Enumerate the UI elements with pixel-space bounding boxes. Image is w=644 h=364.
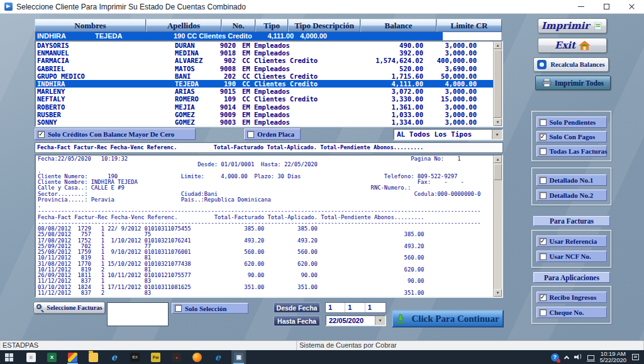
action-center-icon[interactable]: [632, 354, 639, 360]
client-row[interactable]: DAYSORISDURAN9020EM Empleados490.003,000…: [36, 42, 502, 49]
checkbox-solo-pendientes[interactable]: Solo Pendientes: [536, 117, 607, 128]
cell-nom: DAYSORIS: [37, 42, 69, 49]
chevron-down-icon[interactable]: [375, 316, 385, 325]
checkbox-solo-seleccion[interactable]: Solo Selección: [172, 303, 248, 314]
column-header-tipo-descripci-n[interactable]: Tipo Descripción: [288, 19, 360, 32]
checkbox-box: [540, 253, 547, 260]
estadpas-app-icon[interactable]: ▣: [231, 350, 246, 364]
scroll-down-icon[interactable]: [494, 118, 502, 126]
internet-explorer-icon[interactable]: e: [107, 350, 121, 364]
minimize-button[interactable]: [569, 0, 594, 14]
client-row[interactable]: GABRIELMATOS9008EM Empleados520.003,690.…: [36, 65, 502, 72]
firefox-icon[interactable]: [190, 350, 204, 364]
client-row[interactable]: RUSBERGOMEZ9009EM Empleados1,033.003,000…: [36, 111, 502, 118]
command-prompt-icon[interactable]: C:\: [128, 350, 142, 364]
client-row[interactable]: SONNYGOMEZ9003EM Empleados1,334.003,000.…: [36, 118, 502, 126]
scroll-down-icon[interactable]: [494, 289, 502, 297]
checkbox-cheque-no-[interactable]: Cheque No.: [536, 307, 607, 318]
checkbox-orden-placa[interactable]: Orden Placa: [244, 128, 301, 140]
checkbox-detallado-no-1[interactable]: Detallado No.1: [536, 174, 607, 186]
scroll-thumb[interactable]: [494, 164, 502, 180]
column-header-no-[interactable]: No.: [221, 19, 255, 32]
facturas-filter-group: Solo Pendientes✓Solo Con PagosTodas Las …: [531, 111, 611, 161]
file-explorer-icon[interactable]: [86, 350, 101, 364]
para-facturas-header: Para Facturas: [533, 216, 610, 226]
client-row[interactable]: ROBERTOMEJIA9014EM Empleados1,361.003,00…: [36, 103, 502, 111]
checkbox-label: Usar NCF No.: [550, 253, 591, 260]
volume-icon[interactable]: ): [574, 354, 582, 360]
checkbox-label: Orden Placa: [257, 130, 294, 138]
cell-lim: 3,690.00: [408, 65, 477, 72]
cell-lim: 50,000.00: [408, 72, 477, 80]
tipo-cliente-dropdown[interactable]: AL Todos Los Tipos: [393, 128, 503, 140]
chevron-down-icon[interactable]: [492, 130, 502, 139]
hasta-fecha-datepicker[interactable]: 22/05/2020: [325, 315, 386, 326]
statement-report-box[interactable]: Fecha:22/05/2020 10:19:32 Pagina No: 1 D…: [35, 154, 503, 298]
status-program: ESTADPAS: [0, 341, 297, 351]
cell-tip: EM Empleados: [242, 42, 290, 49]
cell-nom: ROBERTO: [37, 103, 65, 111]
excel-icon-glyph: X: [47, 353, 57, 362]
column-header-apellidos[interactable]: Apellidos: [146, 19, 221, 32]
exit-button[interactable]: Exit: [538, 38, 607, 53]
maximize-button[interactable]: [594, 0, 619, 14]
paint-icon-glyph: [68, 353, 77, 362]
notepad-icon[interactable]: ≡: [24, 350, 38, 364]
checkbox-detallado-no-2[interactable]: Detallado No.2: [536, 190, 607, 201]
cell-nom: FARMACIA: [37, 57, 69, 64]
tray-chevron-up-icon[interactable]: [564, 355, 569, 360]
desde-mes-field[interactable]: 1: [345, 303, 365, 312]
column-header-nombres[interactable]: Nombres: [35, 19, 146, 32]
cell-lim: 3,000.00: [408, 111, 477, 118]
cell-tip: EM Empleados: [242, 65, 290, 72]
client-row[interactable]: NEFTALYROMERO109CC Clientes Credito3,330…: [36, 95, 502, 103]
screen-recorder-icon[interactable]: ●: [169, 350, 184, 364]
checkbox-solo-con-pagos[interactable]: ✓Solo Con Pagos: [536, 131, 607, 142]
close-button[interactable]: [619, 0, 644, 14]
continuar-button[interactable]: Click Para Continuar: [392, 310, 504, 327]
start-button[interactable]: [0, 350, 18, 364]
client-row[interactable]: INDHIRATEJEDA190CC Clientes Credito4,111…: [36, 80, 502, 88]
desde-dia-field[interactable]: 1: [326, 303, 345, 312]
imprimir-todos-button[interactable]: Imprimir Todos: [535, 76, 611, 90]
scroll-thumb[interactable]: [494, 50, 502, 118]
datepicker-value: 22/05/2020: [326, 317, 375, 324]
checkbox-usar-referencia[interactable]: ✓Usar Referencia: [536, 236, 607, 247]
windows-logo-icon: [5, 353, 13, 361]
client-row[interactable]: ENMANUELMEDINA9018EM Empleados392.003,00…: [36, 49, 502, 57]
checkbox-usar-ncf-no-[interactable]: Usar NCF No.: [536, 251, 607, 262]
column-header-tipo[interactable]: Tipo: [255, 19, 288, 32]
desde-anio-field[interactable]: 1: [365, 303, 385, 312]
network-icon[interactable]: [587, 355, 594, 360]
excel-icon[interactable]: X: [45, 350, 59, 364]
client-row[interactable]: MARLENYARIAS9015EM Empleados3,072.003,00…: [36, 88, 502, 95]
paint-icon[interactable]: [65, 350, 80, 364]
edge-icon[interactable]: e: [211, 350, 225, 364]
cell-no: 109: [186, 95, 236, 103]
client-row[interactable]: FARMACIAALVAREZ902CC Clientes Credito1,5…: [36, 57, 502, 64]
taskbar-clock[interactable]: 10:19 AM 5/22/2020: [600, 351, 626, 363]
report-scrollbar[interactable]: [493, 156, 502, 297]
recalcula-balances-button[interactable]: Recalcula Balances: [533, 57, 609, 72]
desde-fecha-fields[interactable]: 1 1 1: [325, 302, 386, 313]
checkbox-solo-creditos[interactable]: ✓ Solo Créditos Con Balance Mayor De Cer…: [35, 128, 196, 140]
home-icon: [579, 41, 590, 50]
summary-nombres: INDHIRA: [37, 32, 66, 40]
imprimir-button[interactable]: Imprimir: [538, 18, 607, 33]
client-list[interactable]: DAYSORISDURAN9020EM Empleados490.003,000…: [35, 40, 503, 127]
checkbox-recibo-ingresos[interactable]: ✓Recibo Ingresos: [536, 292, 607, 303]
checkbox-label: Usar Referencia: [550, 237, 597, 245]
seleccione-facturas-button[interactable]: Seleccione Facturas: [33, 302, 105, 314]
column-header-limite-cr[interactable]: Limite CR: [436, 19, 502, 32]
scroll-up-icon[interactable]: [494, 156, 502, 163]
facturas-selection-box[interactable]: [107, 302, 169, 326]
cell-lim: 3,000.00: [408, 103, 477, 111]
client-list-scrollbar[interactable]: [493, 42, 502, 126]
app-window: Seleccione Cliente Para Imprimir Su Esta…: [0, 0, 644, 364]
help-notification-icon[interactable]: ?: [551, 353, 559, 361]
client-row[interactable]: GRUPO MEDICOBANI202CC Clientes Credito1,…: [36, 72, 502, 80]
checkbox-todas-las-facturas[interactable]: Todas Las Facturas: [536, 145, 607, 157]
scroll-up-icon[interactable]: [494, 42, 502, 49]
column-header-balance[interactable]: Balance: [360, 19, 436, 32]
foxpro-icon[interactable]: Fw: [148, 350, 163, 364]
